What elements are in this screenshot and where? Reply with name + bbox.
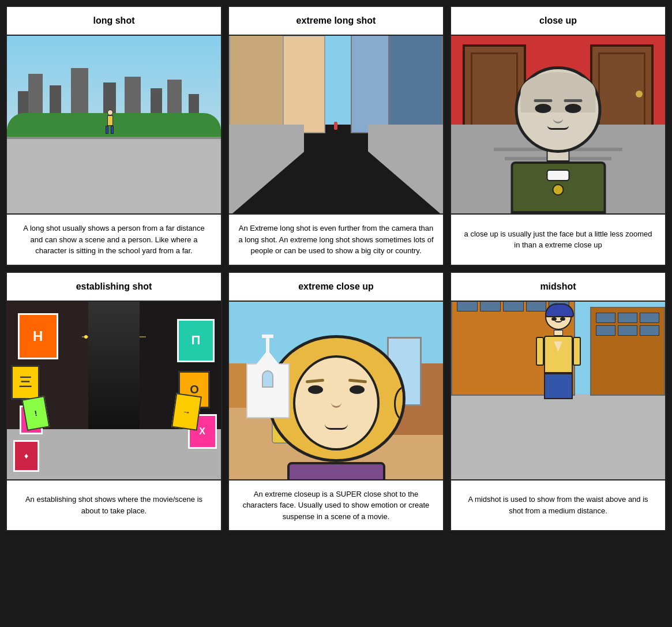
cell-midshot: midshot	[450, 272, 666, 532]
desc-close-up: a close up is usually just the face but …	[451, 215, 665, 265]
cell-establishing-shot: establishing shot H 三 S ♦ Π O	[6, 272, 222, 532]
cell-long-shot: long shot	[6, 6, 222, 266]
image-close-up	[451, 36, 665, 215]
title-establishing-shot: establishing shot	[7, 273, 221, 302]
desc-long-shot: A long shot usually shows a person from …	[7, 215, 221, 265]
image-extreme-close-up	[229, 302, 443, 480]
storyboard-grid: long shot	[6, 6, 666, 531]
desc-establishing-shot: An establishing shot shows where the mov…	[7, 480, 221, 531]
title-long-shot: long shot	[7, 7, 221, 36]
cell-extreme-long-shot: extreme long shot An Extreme long sho	[228, 6, 444, 266]
image-midshot	[451, 302, 665, 480]
title-extreme-close-up: extreme close up	[229, 273, 443, 302]
title-midshot: midshot	[451, 273, 665, 302]
image-establishing-shot: H 三 S ♦ Π O X ! →	[7, 302, 221, 480]
desc-midshot: A midshot is used to show from the waist…	[451, 480, 665, 531]
title-extreme-long-shot: extreme long shot	[229, 7, 443, 36]
title-close-up: close up	[451, 7, 665, 36]
cell-close-up: close up	[450, 6, 666, 266]
cell-extreme-close-up: extreme close up	[228, 272, 444, 532]
desc-extreme-long-shot: An Extreme long shot is even further fro…	[229, 215, 443, 265]
image-extreme-long-shot	[229, 36, 443, 215]
desc-extreme-close-up: An extreme closeup is a SUPER close shot…	[229, 480, 443, 531]
image-long-shot	[7, 36, 221, 215]
